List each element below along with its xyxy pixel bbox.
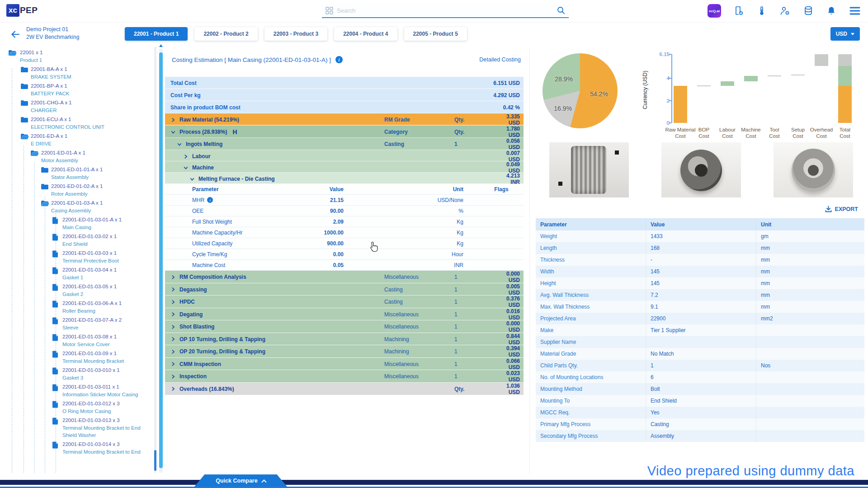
menu-icon[interactable] (849, 6, 861, 16)
info-icon[interactable]: i (207, 197, 213, 203)
tree-item[interactable]: 22001-ED-01-03-011 x 1Information Sticke… (0, 383, 153, 398)
tree-item[interactable]: 22001-ED-01-A x 1Motor Assembly (0, 149, 153, 164)
chevron-right-icon[interactable] (170, 361, 176, 367)
tab-product-4[interactable]: 22004 - Product 4 (334, 27, 397, 41)
costing-row-hpdc[interactable]: HPDCCasting10.376 USD (165, 296, 524, 308)
chevron-right-icon[interactable] (170, 349, 176, 355)
chevron-down-icon[interactable] (183, 165, 189, 171)
sidebar-scrollbar-thumb[interactable] (154, 450, 156, 471)
summary-value: 0.42 % (503, 104, 524, 111)
costing-row-labour[interactable]: Labour0.007 USD (165, 150, 524, 161)
sidebar-scrollbar[interactable] (154, 47, 156, 473)
tree-item-name: Roller Bearing (62, 307, 153, 314)
tree-item[interactable]: 22001-ED-01-03-09 x 1Terminal Mounting B… (0, 350, 153, 365)
tree-item[interactable]: 22001-ED-01-03-014 x 3Terminal Mounting … (0, 441, 153, 455)
xcpep-logo[interactable]: xc PEP (6, 4, 38, 17)
back-arrow-icon[interactable] (10, 29, 21, 42)
quick-compare-button[interactable]: Quick Compare (194, 474, 287, 487)
currency-selector[interactable]: USD (830, 27, 860, 41)
chevron-right-icon[interactable] (183, 154, 189, 160)
file-icon (52, 317, 58, 326)
detailed-costing-link[interactable]: Detailed Costing (479, 56, 521, 63)
tree-item[interactable]: 22001-ED-A x 1E DRIVE (0, 132, 153, 147)
report-settings-icon[interactable] (733, 5, 744, 16)
file-icon (52, 250, 58, 259)
tree-item[interactable]: 22001-ED-01-03-06-A x 1Roller Bearing (0, 300, 153, 314)
chevron-right-icon[interactable] (170, 386, 176, 392)
costing-row-shot-blasting[interactable]: Shot BlastingMiscellaneous10.000 USD (165, 320, 524, 333)
tree-item[interactable]: 22001-ED-01-03-04 x 1Gasket 1 (0, 266, 153, 281)
tree-item[interactable]: 22001-ED-01-03-012 x 3O Ring Motor Casin… (0, 400, 153, 415)
chevron-right-icon[interactable] (170, 336, 176, 342)
costing-row-inspection[interactable]: InspectionMiscellaneous10.023 USD (165, 370, 524, 383)
tree-item[interactable]: 22001-ED-01-03-01-A x 1Main Casing (0, 216, 153, 231)
parameter-unit (756, 418, 864, 430)
chevron-down-icon[interactable] (170, 129, 176, 135)
tree-item[interactable]: 22001-CHG-A x 1CHARGER (0, 99, 153, 114)
chevron-right-icon[interactable] (170, 324, 176, 330)
tree-item-code: 22001-ED-01-03-01-A x 1 (62, 216, 153, 224)
thermometer-icon[interactable] (756, 5, 767, 16)
costing-row-degassing[interactable]: DegassingCasting10.005 USD (165, 283, 524, 296)
database-icon[interactable] (803, 5, 814, 16)
costing-row-melting-furnace-die-casting[interactable]: Melting Furnace - Die Casting4.213 INR (165, 173, 524, 184)
tree-item[interactable]: 22001 x 1Product 1 (0, 49, 153, 64)
tree-item[interactable]: 22001-BA-A x 1BRAKE SYSTEM (0, 66, 153, 80)
notifications-bell-icon[interactable] (826, 5, 837, 16)
costing-row-degating[interactable]: DegatingMiscellaneous10.016 USD (165, 308, 524, 321)
tree-item[interactable]: 22001-BP-A x 1BATTERY PACK (0, 82, 153, 97)
part-photo-end-shield[interactable] (774, 142, 853, 197)
chevron-down-icon[interactable] (177, 141, 182, 147)
costing-row-col2: 1 (454, 324, 504, 330)
chevron-right-icon[interactable] (170, 299, 176, 305)
costing-scrollbar-thumb[interactable] (159, 52, 163, 468)
global-search[interactable] (322, 4, 569, 18)
tree-item[interactable]: 22001-ED-01-03-02 x 1End Shield (0, 233, 153, 248)
tab-product-2[interactable]: 22002 - Product 2 (194, 27, 257, 41)
search-input[interactable] (337, 7, 553, 14)
tree-item[interactable]: 22001-ED-01-01-A x 1Stator Assembly (0, 166, 153, 181)
tree-item[interactable]: 22001-ED-01-03-05 x 1Gasket 2 (0, 283, 153, 298)
chevron-right-icon[interactable] (170, 286, 176, 292)
tree-item[interactable]: 22001-ED-01-03-03 x 1Terminal Protective… (0, 249, 153, 264)
tree-item[interactable]: 22001-ED-01-03-A x 1Casing Assembly (0, 199, 153, 214)
tree-item-name: CHARGER (31, 107, 153, 114)
tab-product-5[interactable]: 22005 - Product 5 (404, 27, 467, 41)
tab-product-1[interactable]: 22001 - Product 1 (125, 27, 188, 41)
info-icon[interactable]: i (335, 56, 343, 63)
bar-total-cost (838, 86, 852, 123)
costing-row-process[interactable]: Process (28.938%)HCategoryQty.1.780 USD (165, 126, 524, 138)
xcq-ai-badge[interactable]: xcQ.ai (708, 4, 721, 18)
tree-item[interactable]: 22001-ED-01-03-013 x 3Terminal Mounting … (0, 417, 153, 439)
tree-item[interactable]: 22001-ED-01-03-010 x 1Gasket 3 (0, 366, 153, 381)
costing-row-rm-composition-analysis[interactable]: RM Composition AnalysisMiscellaneous10.0… (165, 271, 524, 283)
costing-row-raw-material[interactable]: Raw Material (54.219%)RM GradeQty.3.335 … (165, 113, 524, 126)
costing-row-machine[interactable]: Machine0.049 USD (165, 161, 524, 173)
chevron-right-icon[interactable] (170, 274, 176, 280)
part-photo-casing-front[interactable] (661, 142, 741, 197)
logo-pep: PEP (20, 5, 38, 15)
export-button[interactable]: EXPORT (825, 206, 858, 212)
tree-item[interactable]: 22001-ECU-A x 1ELECTRONIC CONTROL UNIT (0, 116, 153, 131)
tree-item[interactable]: 22001-ED-01-02-A x 1Rotor Assembly (0, 183, 153, 197)
part-photo-finned-casing[interactable] (549, 142, 629, 197)
chevron-right-icon[interactable] (170, 117, 176, 123)
chevron-right-icon[interactable] (170, 374, 176, 380)
tab-product-3[interactable]: 22003 - Product 3 (264, 27, 327, 41)
chevron-right-icon[interactable] (170, 311, 176, 317)
user-settings-icon[interactable] (779, 5, 791, 16)
tree-item[interactable]: 22001-ED-01-03-08 x 1Motor Service Cover (0, 333, 153, 348)
costing-scrollbar[interactable] (159, 49, 163, 473)
header-cell: Value (646, 218, 756, 230)
costing-row-ingots-melting[interactable]: Ingots MeltingCasting10.056 USD (165, 138, 524, 150)
search-icon[interactable] (557, 6, 565, 14)
parameter-value (646, 336, 756, 348)
costing-row-cmm-inspection[interactable]: CMM InspectionMiscellaneous10.066 USD (165, 358, 524, 371)
chevron-down-icon[interactable] (189, 176, 195, 182)
tree-item[interactable]: 22001-ED-01-03-07-A x 2Sleeve (0, 316, 153, 331)
file-icon (52, 441, 58, 450)
costing-row-op-20-turning-drilling-tapping[interactable]: OP 20 Turning, Drilling & TappingMachini… (165, 345, 524, 358)
scroll-up-arrow[interactable] (159, 44, 163, 47)
costing-row-overheads[interactable]: Overheads (16.843%)Qty.1.036 USD (165, 383, 524, 395)
costing-row-op-10-turning-drilling-tapping[interactable]: OP 10 Turning, Drilling & TappingMachini… (165, 333, 524, 346)
